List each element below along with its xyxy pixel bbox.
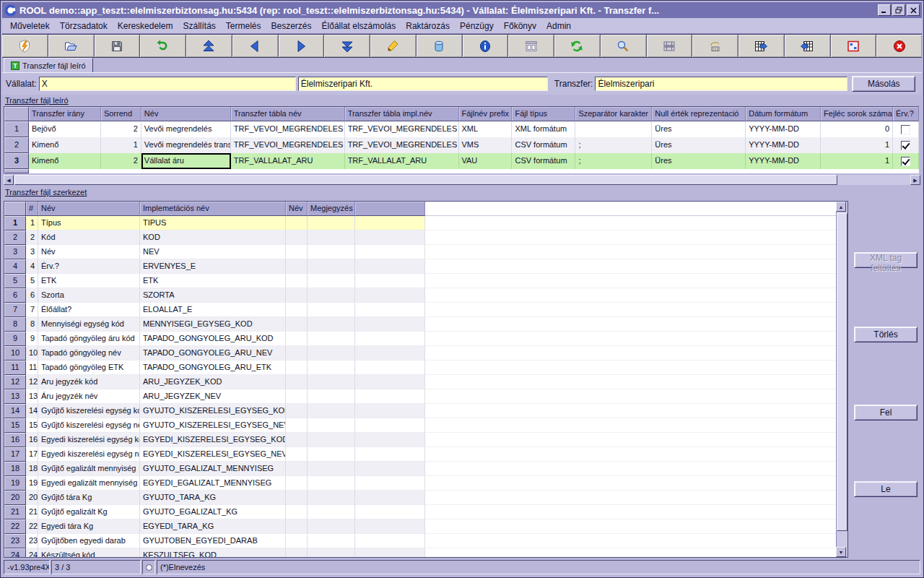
vallalat-code-input[interactable] — [39, 77, 296, 91]
restore-button[interactable] — [892, 4, 905, 16]
structure-row[interactable]: 99Tapadó göngyöleg áru kódTAPADO_GONGYOL… — [4, 332, 847, 346]
structure-row[interactable]: 1616Egyedi kiszerelési egység kódEGYEDI_… — [4, 433, 847, 447]
erv-checkbox[interactable] — [901, 157, 910, 166]
cell-nev[interactable]: Élőállat? — [38, 303, 140, 317]
cell-prefix[interactable]: XML — [459, 121, 513, 137]
cell-erv[interactable] — [893, 153, 919, 169]
cell-megjegyzes[interactable] — [308, 433, 355, 447]
cell-nev[interactable]: Egyedi kiszerelési egység kód — [38, 433, 140, 447]
cell-erv[interactable] — [893, 137, 919, 153]
structure-row[interactable]: 1919Egyedi egalizált mennyiségEGYEDI_EGA… — [4, 476, 847, 491]
cell-prefix[interactable]: VMS — [459, 137, 513, 153]
cell-impl[interactable]: ERVENYES_E — [140, 259, 286, 274]
erv-checkbox[interactable] — [901, 125, 910, 134]
cell-nullrep[interactable]: Üres — [652, 121, 746, 137]
cell-megjegyzes[interactable] — [308, 389, 355, 404]
cell-index[interactable]: 18 — [26, 462, 38, 476]
row-number-button[interactable]: 3 — [4, 245, 26, 259]
row-number-button[interactable]: 10 — [4, 346, 26, 361]
cell-nev2[interactable] — [286, 534, 308, 548]
cell-impl[interactable]: TRF_VEVOI_MEGRENDELES — [345, 137, 459, 153]
structure-row[interactable]: 1212Aru jegyzék kódARU_JEGYZEK_KOD — [4, 375, 847, 389]
row-number-button[interactable]: 24 — [4, 548, 26, 558]
cell-index[interactable]: 22 — [26, 519, 38, 534]
cell-megjegyzes[interactable] — [308, 491, 355, 505]
descriptor-row[interactable]: 1Bejövő2Vevői megrendelésTRF_VEVOI_MEGRE… — [4, 121, 919, 137]
cell-fejlec[interactable]: 1 — [821, 137, 893, 153]
scroll-right-button[interactable]: ▶ — [910, 175, 920, 185]
cell-nev[interactable]: Egyedi tára Kg — [38, 519, 140, 534]
cell-irany[interactable]: Kimenő — [29, 137, 101, 153]
cell-nev[interactable]: Gyűjtő egalizált mennyiség — [38, 462, 140, 476]
menu-item-beszerz-s[interactable]: Beszerzés — [266, 20, 317, 33]
stop-button[interactable] — [876, 35, 922, 57]
cell-nev[interactable]: Gyűjtő egalizált Kg — [38, 505, 140, 519]
cell-nev[interactable]: Szorta — [38, 288, 140, 303]
cell-nev2[interactable] — [286, 375, 308, 389]
cell-impl[interactable]: GYUJTOBEN_EGYEDI_DARAB — [140, 534, 286, 548]
cell-megjegyzes[interactable] — [308, 332, 355, 346]
cell-impl[interactable]: GYUJTO_EGALIZALT_MENNYISEG — [140, 462, 286, 476]
cell-nev[interactable]: Vevői megrendelés — [141, 121, 231, 137]
database-button[interactable] — [417, 35, 463, 57]
cell-index[interactable]: 20 — [26, 491, 38, 505]
row-number-button[interactable]: 17 — [4, 447, 26, 462]
cell-nev2[interactable] — [286, 346, 308, 361]
previous-record-button[interactable] — [232, 35, 279, 57]
connect-button[interactable] — [2, 35, 48, 57]
cell-impl[interactable]: ARU_JEGYZEK_KOD — [140, 375, 286, 389]
cell-szeparator[interactable]: ; — [575, 137, 652, 153]
structure-row[interactable]: 1111Tapadó göngyöleg ETKTAPADO_GONGYOLEG… — [4, 361, 847, 375]
cell-index[interactable]: 1 — [26, 216, 38, 230]
cell-datum[interactable]: YYYY-MM-DD — [746, 153, 821, 169]
row-number-button[interactable]: 9 — [4, 332, 26, 346]
cell-nev2[interactable] — [286, 433, 308, 447]
cell-index[interactable]: 10 — [26, 346, 38, 361]
cell-index[interactable]: 17 — [26, 447, 38, 462]
cell-impl[interactable]: TAPADO_GONGYOLEG_ARU_ETK — [140, 361, 286, 375]
tab-transzfer-fajl-leiro[interactable]: T Transzfer fájl leíró — [4, 58, 93, 72]
row-number-button[interactable]: 14 — [4, 404, 26, 418]
cell-index[interactable]: 3 — [26, 245, 38, 259]
cell-tabla[interactable]: TRF_VEVOI_MEGRENDELES — [231, 121, 345, 137]
menu-item-l-llat-elsz-mol-s[interactable]: Élőállat elszámolás — [317, 20, 401, 33]
cell-index[interactable]: 6 — [26, 288, 38, 303]
cell-index[interactable]: 15 — [26, 418, 38, 433]
cell-nev[interactable]: Gyűjtőben egyedi darab — [38, 534, 140, 548]
menu-item-kereskedelem[interactable]: Kereskedelem — [113, 20, 178, 33]
cell-nev[interactable]: Gyűjtő tára Kg — [38, 491, 140, 505]
vertical-scrollbar[interactable]: ▲ ▼ — [836, 202, 847, 557]
cell-index[interactable]: 5 — [26, 274, 38, 288]
cell-nev[interactable]: Aru jegyzék kód — [38, 375, 140, 389]
t-rl-s-button[interactable]: Törlés — [854, 327, 918, 342]
cell-impl[interactable]: ETK — [140, 274, 286, 288]
structure-row[interactable]: 1818Gyűjtő egalizált mennyiségGYUJTO_EGA… — [4, 462, 847, 476]
cell-nev[interactable]: Gyűjtő kiszerelési egység név — [38, 418, 140, 433]
cell-tipus[interactable]: CSV formátum — [512, 153, 575, 169]
cell-index[interactable]: 12 — [26, 375, 38, 389]
row-number-button[interactable]: 2 — [4, 137, 29, 153]
cell-impl[interactable]: EGYEDI_TARA_KG — [140, 519, 286, 534]
cell-datum[interactable]: YYYY-MM-DD — [746, 121, 821, 137]
cell-nev[interactable]: Tapadó göngyöleg ETK — [38, 361, 140, 375]
row-number-button[interactable]: 18 — [4, 462, 26, 476]
save-button[interactable] — [95, 35, 141, 57]
cell-index[interactable]: 2 — [26, 230, 38, 245]
next-record-button[interactable] — [279, 35, 325, 57]
cell-index[interactable]: 11 — [26, 361, 38, 375]
cell-megjegyzes[interactable] — [308, 216, 355, 230]
structure-row[interactable]: 2121Gyűjtő egalizált KgGYUJTO_EGALIZALT_… — [4, 505, 847, 519]
row-number-button[interactable]: 15 — [4, 418, 26, 433]
cell-nev[interactable]: Készültség kód — [38, 548, 140, 558]
cell-nev2[interactable] — [286, 389, 308, 404]
cell-index[interactable]: 24 — [26, 548, 38, 558]
cell-impl[interactable]: EGYEDI_EGALIZALT_MENNYISEG — [140, 476, 286, 491]
cell-impl[interactable]: MENNYISEGI_EGYSEG_KOD — [140, 317, 286, 332]
structure-row[interactable]: 44Érv.?ERVENYES_E — [4, 259, 847, 274]
export-table-button[interactable] — [738, 35, 785, 57]
structure-row[interactable]: 2020Gyűjtő tára KgGYUJTO_TARA_KG — [4, 491, 847, 505]
cell-megjegyzes[interactable] — [308, 361, 355, 375]
cell-index[interactable]: 7 — [26, 303, 38, 317]
cell-impl[interactable]: TAPADO_GONGYOLEG_ARU_KOD — [140, 332, 286, 346]
structure-row[interactable]: 66SzortaSZORTA — [4, 288, 847, 303]
